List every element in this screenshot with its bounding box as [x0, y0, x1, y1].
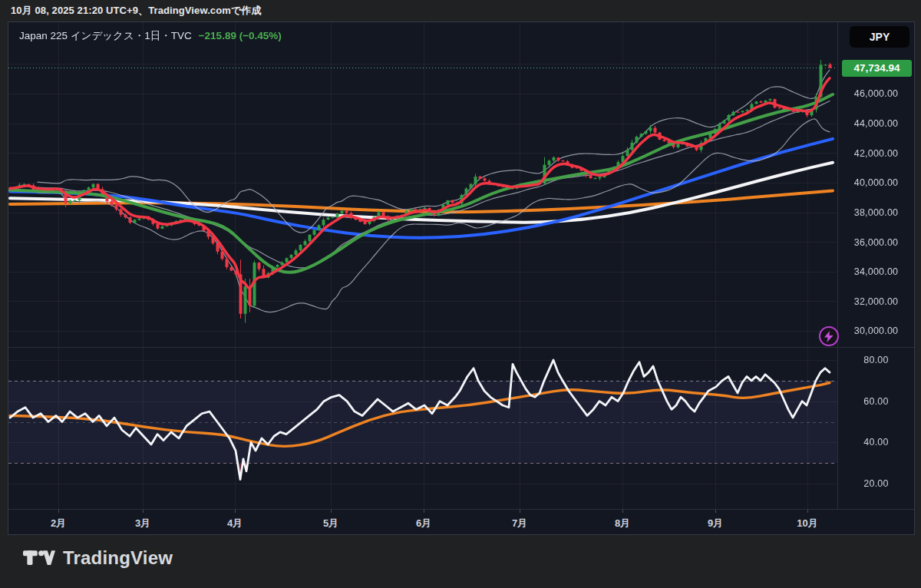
price-tick-label: 44,000.00: [838, 118, 914, 129]
tradingview-logo-icon: [23, 548, 55, 568]
price-tick-label: 30,000.00: [838, 325, 914, 336]
tradingview-snapshot-page: 10月 08, 2025 21:20 UTC+9、TradingView.com…: [0, 0, 921, 588]
price-tick-label: 40,000.00: [838, 177, 914, 188]
tradingview-logo: TradingView: [23, 547, 173, 569]
price-tick-label: 32,000.00: [838, 296, 914, 307]
last-price-badge: 47,734.94: [842, 60, 912, 77]
flash-icon: [819, 326, 839, 346]
month-tick-mark: [622, 510, 623, 513]
price-tick-label: 80.00: [838, 355, 914, 365]
month-tick-label: 6月: [416, 517, 431, 530]
month-tick-mark: [143, 510, 144, 513]
currency-button[interactable]: JPY: [850, 26, 909, 48]
month-tick-mark: [807, 510, 808, 513]
price-scale[interactable]: JPY 48,000.0046,000.0044,000.0042,000.00…: [837, 22, 914, 509]
symbol-title: Japan 225 インデックス・1日・TVC: [19, 30, 192, 41]
month-tick-label: 8月: [615, 517, 630, 530]
month-tick-mark: [331, 510, 332, 513]
snapshot-created-text: 10月 08, 2025 21:20 UTC+9、TradingView.com…: [11, 4, 262, 21]
price-tick-label: 46,000.00: [838, 88, 914, 99]
price-tick-label: 38,000.00: [838, 207, 914, 218]
month-tick-mark: [424, 510, 424, 513]
price-tick-label: 60.00: [838, 396, 914, 407]
chart-plot-area[interactable]: [8, 22, 837, 509]
time-axis[interactable]: 2月3月4月5月6月7月8月9月10月: [8, 509, 914, 534]
main-chart-canvas[interactable]: [8, 22, 837, 348]
month-tick-label: 10月: [797, 517, 817, 530]
rsi-pane-canvas[interactable]: [8, 348, 837, 509]
price-tick-label: 34,000.00: [838, 266, 914, 277]
month-tick-mark: [58, 510, 59, 513]
month-tick-mark: [235, 510, 236, 513]
month-tick-label: 4月: [227, 517, 243, 530]
month-tick-label: 3月: [135, 517, 150, 530]
symbol-change: −215.89 (−0.45%): [199, 30, 282, 41]
lightning-bolt-icon: [824, 331, 834, 342]
month-tick-label: 9月: [708, 517, 723, 530]
pane-separator[interactable]: [8, 347, 914, 348]
month-tick-mark: [715, 510, 716, 513]
price-tick-label: 20.00: [838, 478, 914, 489]
month-tick-label: 5月: [323, 517, 338, 530]
price-tick-label: 36,000.00: [838, 237, 914, 248]
price-tick-label: 42,000.00: [838, 148, 914, 159]
month-tick-mark: [520, 510, 520, 513]
symbol-title-row: Japan 225 インデックス・1日・TVC−215.89 (−0.45%): [19, 29, 282, 43]
month-tick-label: 2月: [51, 517, 66, 530]
month-tick-label: 7月: [512, 517, 527, 530]
price-tick-label: 40.00: [838, 437, 914, 448]
tradingview-logo-text: TradingView: [63, 547, 173, 569]
chart-widget: Japan 225 インデックス・1日・TVC−215.89 (−0.45%) …: [8, 21, 915, 535]
